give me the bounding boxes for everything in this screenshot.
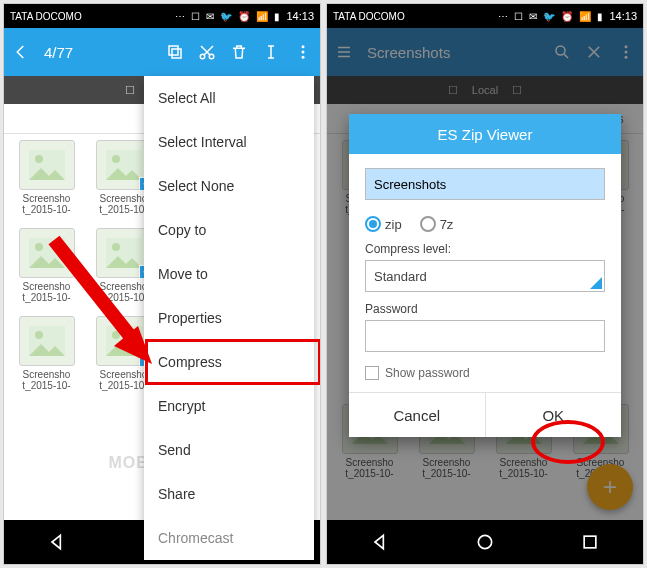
back-icon[interactable]: [12, 43, 30, 61]
cut-icon[interactable]: [198, 43, 216, 61]
screenshot-right: TATA DOCOMO ⋯☐✉🐦⏰📶▮ 14:13 Screenshots ☐L…: [326, 3, 644, 565]
svg-rect-0: [172, 49, 181, 58]
zip-dialog: ES Zip Viewer zip 7z Compress level: Sta…: [349, 114, 621, 437]
menu-move-to[interactable]: Move to: [144, 252, 314, 296]
menu-encrypt[interactable]: Encrypt: [144, 384, 314, 428]
radio-7z[interactable]: 7z: [420, 216, 454, 232]
radio-zip[interactable]: zip: [365, 216, 402, 232]
compress-level-label: Compress level:: [365, 242, 605, 256]
nav-back-icon[interactable]: [370, 532, 390, 552]
menu-chromecast[interactable]: Chromecast: [144, 516, 314, 560]
selection-toolbar: 4/77: [4, 28, 320, 76]
svg-rect-34: [584, 536, 596, 548]
svg-point-10: [112, 155, 120, 163]
menu-share[interactable]: Share: [144, 472, 314, 516]
arrow-icon: [42, 234, 162, 374]
rename-icon[interactable]: [262, 43, 280, 61]
svg-point-4: [302, 45, 305, 48]
nav-bar: [327, 520, 643, 564]
password-label: Password: [365, 302, 605, 316]
context-menu: Select All Select Interval Select None C…: [144, 76, 314, 560]
nav-back-icon[interactable]: [47, 532, 67, 552]
menu-send[interactable]: Send: [144, 428, 314, 472]
selection-counter: 4/77: [44, 44, 152, 61]
menu-compress[interactable]: Compress: [144, 340, 314, 384]
menu-select-interval[interactable]: Select Interval: [144, 120, 314, 164]
status-icons: ⋯☐✉🐦⏰📶▮: [82, 11, 281, 22]
archive-name-input[interactable]: [365, 168, 605, 200]
show-password-toggle[interactable]: Show password: [365, 366, 605, 380]
nav-recent-icon[interactable]: [580, 532, 600, 552]
screenshot-left: TATA DOCOMO ⋯☐✉🐦⏰📶▮ 14:13 4/77 ☐Local☐ a…: [3, 3, 321, 565]
carrier-label: TATA DOCOMO: [10, 11, 82, 22]
delete-icon[interactable]: [230, 43, 248, 61]
svg-point-8: [35, 155, 43, 163]
menu-properties[interactable]: Properties: [144, 296, 314, 340]
cancel-button[interactable]: Cancel: [349, 393, 486, 437]
nav-home-icon[interactable]: [475, 532, 495, 552]
menu-select-all[interactable]: Select All: [144, 76, 314, 120]
format-radios: zip 7z: [365, 216, 605, 232]
status-time: 14:13: [286, 10, 314, 22]
compress-level-select[interactable]: Standard: [365, 260, 605, 292]
status-bar: TATA DOCOMO ⋯☐✉🐦⏰📶▮ 14:13: [327, 4, 643, 28]
svg-point-33: [478, 535, 491, 548]
status-bar: TATA DOCOMO ⋯☐✉🐦⏰📶▮ 14:13: [4, 4, 320, 28]
dialog-title: ES Zip Viewer: [349, 114, 621, 154]
svg-rect-1: [169, 46, 178, 55]
svg-point-5: [302, 51, 305, 54]
ok-button[interactable]: OK: [486, 393, 622, 437]
copy-icon[interactable]: [166, 43, 184, 61]
file-thumb[interactable]: Screenshot_2015-10-: [10, 140, 83, 224]
password-input[interactable]: [365, 320, 605, 352]
svg-point-6: [302, 56, 305, 59]
menu-copy-to[interactable]: Copy to: [144, 208, 314, 252]
overflow-icon[interactable]: [294, 43, 312, 61]
menu-select-none[interactable]: Select None: [144, 164, 314, 208]
